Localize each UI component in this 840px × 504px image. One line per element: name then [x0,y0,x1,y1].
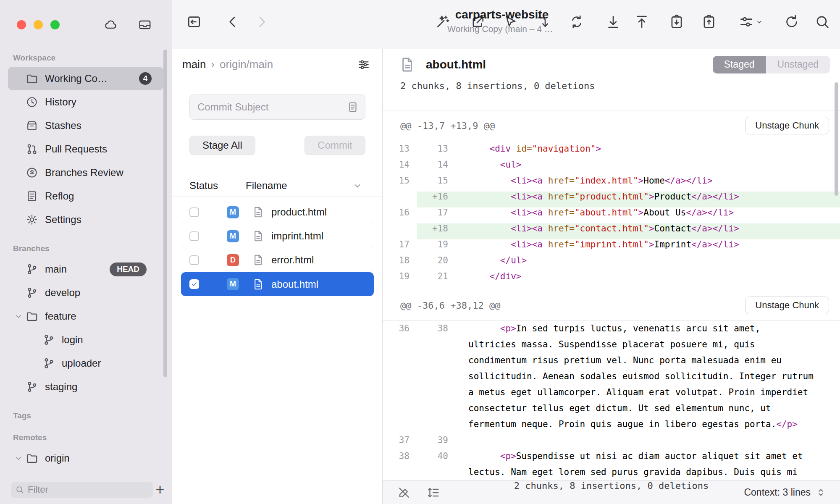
sort-chevron-icon[interactable] [352,180,363,191]
breadcrumb: main › origin/main [172,49,382,80]
sidebar-item-working-co[interactable]: Working Co…4 [8,67,163,90]
forward-button[interactable] [254,14,270,30]
branch-icon [42,357,55,370]
stash-save-button[interactable] [669,14,685,30]
filter-input[interactable] [28,484,149,495]
sidebar-item-main[interactable]: mainHEAD [8,257,163,281]
chevron-down-icon[interactable] [14,312,26,321]
rebase-button[interactable] [569,14,585,30]
sidebar-item-login[interactable]: login [8,328,163,352]
code-token: "imprint.html" [575,239,649,249]
stage-checkbox[interactable] [189,279,199,289]
sidebar-item-label: feature [45,310,76,322]
sidebar-item-pull-requests[interactable]: Pull Requests [8,137,163,161]
view-filter-icon[interactable] [357,58,370,71]
new-line-number [417,419,456,435]
sidebar-item-staging[interactable]: staging [8,375,163,399]
filter-field[interactable] [11,482,153,498]
tab-staged[interactable]: Staged [713,56,766,74]
tray-icon[interactable] [136,18,154,32]
add-button[interactable]: + [153,480,167,500]
commit-button[interactable]: Commit [304,136,365,155]
commit-template-icon[interactable] [346,101,359,113]
chevron-down-icon[interactable] [14,454,26,463]
sidebar-item-reflog[interactable]: Reflog [8,184,163,208]
code-token: <li><a [511,223,548,234]
code-token: fermentum neque. Proin quis augue in lib… [468,419,776,429]
code-token: About Us [643,207,686,218]
view-options-button[interactable] [738,14,765,30]
file-row-about-html[interactable]: Mabout.html [181,272,374,296]
stage-checkbox[interactable] [189,255,199,265]
code-text: lectus. Nam eget lorem sed purus gravida… [456,467,840,480]
sidebar-item-branches-review[interactable]: Branches Review [8,161,163,184]
branch-icon [26,381,38,393]
pull-button[interactable] [605,14,621,30]
branch-icon [26,286,38,299]
code-token: Contact [654,223,692,234]
sidebar-item-origin[interactable]: origin [8,446,163,470]
commit-subject-input[interactable] [197,101,346,113]
diff-line: sollicitudin. Aenean sodales euismod sol… [383,371,840,387]
code-text: <li><a href="product.html">Product</a></… [456,192,840,207]
new-line-number: 21 [417,271,456,287]
sidebar-item-stashes[interactable]: Stashes [8,114,163,137]
commit-panel: main › origin/main Stage All Commit Stat… [172,49,383,504]
sidebar-section-title-remotes: Remotes [13,433,164,442]
stage-checkbox[interactable] [189,231,199,241]
file-row-product-html[interactable]: Mproduct.html [181,200,374,224]
sidebar-scrollbar[interactable] [163,50,167,377]
new-line-number [417,339,456,355]
commit-subject-field[interactable] [189,94,365,120]
stash-pop-button[interactable] [701,14,717,30]
sidebar-item-feature[interactable]: feature [8,304,163,328]
sidebar-item-uploader[interactable]: uploader [8,352,163,375]
diff-line: consectetur tellus eget dictum. Ut sed e… [383,403,840,419]
window-zoom-button[interactable] [50,20,60,29]
new-line-number: 17 [417,207,456,223]
tab-unstaged[interactable]: Unstaged [766,56,830,74]
new-line-number: 38 [417,323,456,339]
status-badge-m: M [227,278,239,290]
old-line-number: 16 [383,207,417,223]
sidebar-item-history[interactable]: History [8,90,163,114]
window-minimize-button[interactable] [34,20,43,29]
diff-line: 1921 </div> [383,271,840,287]
window-close-button[interactable] [17,20,26,29]
status-badge-m: M [227,206,239,218]
file-row-error-html[interactable]: Derror.html [181,248,374,272]
sidebar-item-settings[interactable]: Settings [8,208,163,231]
old-line-number [383,387,417,403]
sidebar-item-label: develop [45,287,80,299]
code-token: </a></li> [686,207,734,218]
context-lines-stepper[interactable] [815,487,827,498]
diff-header: about.html Staged Unstaged [383,49,840,80]
back-button[interactable] [225,14,241,30]
search-button[interactable] [814,14,830,30]
new-line-number: 15 [417,176,456,192]
sidebar-item-label: Branches Review [45,167,123,178]
unstage-chunk-button[interactable]: Unstage Chunk [745,297,829,314]
file-row-imprint-html[interactable]: Mimprint.html [181,224,374,248]
code-text: ultricies massa. Suspendisse placerat po… [456,339,840,355]
code-token: sollicitudin. Aenean sodales euismod sol… [468,371,814,381]
unstage-chunk-button[interactable]: Unstage Chunk [745,117,829,134]
code-token [468,451,500,461]
sidebar-item-develop[interactable]: develop [8,281,163,304]
stage-all-button[interactable]: Stage All [189,136,255,155]
code-token: </a></li> [691,223,739,234]
breadcrumb-current-branch[interactable]: main [182,58,206,71]
open-repo-button[interactable] [186,14,202,30]
breadcrumb-upstream-branch[interactable]: origin/main [220,58,273,71]
status-badge-m: M [227,230,239,242]
cloud-icon[interactable] [102,18,119,32]
diff-line: 1515 <li><a href="index.html">Home</a></… [383,176,840,192]
refresh-button[interactable] [784,14,800,30]
push-button[interactable] [634,14,650,30]
old-line-number: 14 [383,160,417,176]
code-text: </div> [456,271,840,287]
branch-icon [42,333,55,346]
reflog-icon [26,190,38,202]
stage-checkbox[interactable] [189,207,199,217]
diff-scrollbar[interactable] [835,82,838,196]
